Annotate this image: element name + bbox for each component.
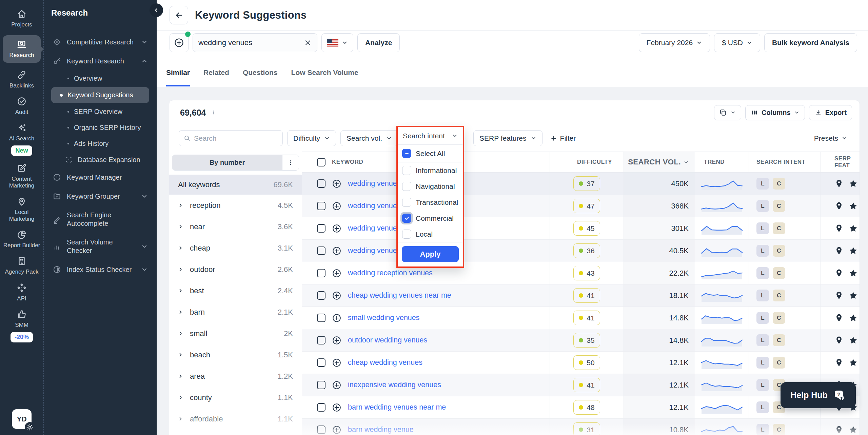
currency-selector[interactable]: $ USD [714,33,760,52]
group-item-affordable[interactable]: affordable 1.1K [169,408,302,430]
row-checkbox[interactable] [317,269,326,277]
sidebar-item-overview[interactable]: Overview [51,71,149,86]
intent-option-select-all[interactable]: Select All [398,145,463,162]
intent-option-transactional[interactable]: Transactional [398,194,463,210]
info-icon[interactable] [210,109,217,116]
sidebar-item-serp-overview[interactable]: SERP Overview [51,104,149,120]
row-checkbox[interactable] [317,358,326,367]
serp-features-filter[interactable]: SERP features [473,130,542,146]
rail-item-research[interactable]: Research [3,35,41,63]
rail-item-smm[interactable]: SMM -20% [3,309,41,342]
group-item-area[interactable]: area 1.2K [169,365,302,387]
sidebar-item-database-expansion[interactable]: Database Expansion [51,152,149,168]
tab-related[interactable]: Related [203,68,229,86]
add-to-list-icon[interactable] [332,179,341,189]
group-menu-button[interactable] [282,155,299,170]
add-to-list-icon[interactable] [332,291,341,300]
add-to-list-icon[interactable] [332,380,341,390]
add-to-list-icon[interactable] [332,358,341,368]
row-checkbox[interactable] [317,246,326,255]
rail-item-report-builder[interactable]: Report Builder [3,230,41,249]
add-to-list-icon[interactable] [332,403,341,412]
row-checkbox[interactable] [317,202,326,210]
col-difficulty[interactable]: DIFFICULTY [577,159,612,165]
col-search-vol[interactable]: SEARCH VOL. [624,152,695,172]
row-checkbox[interactable] [317,403,326,412]
checkbox-unchecked[interactable] [402,182,411,191]
add-to-list-icon[interactable] [332,246,341,256]
add-to-list-icon[interactable] [332,425,341,435]
row-checkbox[interactable] [317,179,326,188]
row-checkbox[interactable] [317,224,326,233]
help-hub-button[interactable]: Help Hub ? [781,382,856,408]
checkbox-indeterminate[interactable] [402,149,411,158]
sidebar-item-keyword-suggestions[interactable]: Keyword Suggestions [51,87,149,103]
add-to-list-icon[interactable] [332,201,341,211]
sidebar-item-ads-history[interactable]: Ads History [51,136,149,152]
rail-item-projects[interactable]: Projects [3,9,41,28]
row-checkbox[interactable] [317,291,326,300]
copy-dropdown-button[interactable] [714,105,741,120]
keyword-link[interactable]: wedding venues [348,224,400,233]
keyword-link[interactable]: cheap wedding venues [348,358,422,367]
sidebar-item-search-volume-checker[interactable]: Search Volume Checker [51,233,149,260]
analyze-button[interactable]: Analyze [357,33,400,52]
keyword-link[interactable]: wedding venues [348,179,400,188]
sidebar-item-keyword-grouper[interactable]: Keyword Grouper [51,187,149,206]
gear-icon[interactable] [25,422,35,432]
add-to-list-icon[interactable] [332,336,341,345]
group-item-near[interactable]: near 3.6K [169,216,302,237]
rail-item-content-marketing[interactable]: Content Marketing [3,163,41,189]
checkbox-unchecked[interactable] [402,198,411,207]
row-checkbox[interactable] [317,381,326,389]
add-to-list-icon[interactable] [332,313,341,323]
rail-item-local-marketing[interactable]: Local Marketing [3,196,41,222]
sidebar-item-keyword-manager[interactable]: Keyword Manager [51,168,149,187]
sidebar-item-index-status-checker[interactable]: Index Status Checker [51,260,149,279]
month-selector[interactable]: February 2026 [639,33,710,52]
keyword-link[interactable]: wedding venue [348,202,397,210]
user-avatar[interactable]: YD [12,409,32,429]
keyword-link[interactable]: inexpensive wedding venues [348,381,441,389]
row-checkbox[interactable] [317,314,326,322]
region-selector[interactable] [321,33,353,52]
intent-option-local[interactable]: Local [398,226,463,242]
keyword-input[interactable]: wedding venues [193,33,317,52]
checkbox-unchecked[interactable] [402,166,411,175]
intent-option-navigational[interactable]: Navigational [398,178,463,194]
keyword-link[interactable]: barn wedding venues near me [348,403,446,412]
group-item-barn[interactable]: barn 2.1K [169,301,302,323]
search-intent-dropdown-button[interactable]: Search intent [398,127,463,145]
add-keyword-button[interactable] [170,33,189,52]
all-keywords-row[interactable]: All keywords 69.6K [169,175,302,195]
table-search-input[interactable]: Search [179,130,283,146]
clear-input-icon[interactable] [304,39,312,46]
keyword-link[interactable]: wedding venue r [348,246,401,255]
group-item-county[interactable]: county 1.1K [169,387,302,408]
columns-button[interactable]: Columns [745,105,805,120]
tab-low-search-volume[interactable]: Low Search Volume [291,68,358,86]
checkbox-checked[interactable] [402,214,411,223]
sidebar-collapse-button[interactable] [150,3,163,17]
group-item-cheap[interactable]: cheap 3.1K [169,237,302,259]
intent-option-commercial[interactable]: Commercial [398,210,463,226]
sidebar-item-keyword-research[interactable]: Keyword Research [51,52,149,71]
search-vol-filter[interactable]: Search vol. [340,130,398,146]
checkbox-unchecked[interactable] [402,230,411,239]
rail-item-backlinks[interactable]: Backlinks [3,70,41,89]
group-item-best[interactable]: best 2.4K [169,280,302,301]
apply-button[interactable]: Apply [402,246,459,262]
sort-by-number-button[interactable]: By number [172,155,282,170]
intent-option-informational[interactable]: Informational [398,162,463,178]
sidebar-item-organic-serp-history[interactable]: Organic SERP History [51,120,149,136]
group-item-outdoor[interactable]: outdoor 2.6K [169,259,302,280]
presets-button[interactable]: Presets [814,134,851,142]
export-button[interactable]: Export [809,105,852,120]
tab-questions[interactable]: Questions [243,68,278,86]
group-item-small[interactable]: small 2K [169,323,302,344]
keyword-link[interactable]: small wedding venues [348,314,420,322]
select-all-checkbox[interactable] [317,158,326,166]
group-item-beach[interactable]: beach 1.5K [169,344,302,365]
keyword-link[interactable]: cheap wedding venues near me [348,291,451,300]
tab-similar[interactable]: Similar [166,68,190,86]
